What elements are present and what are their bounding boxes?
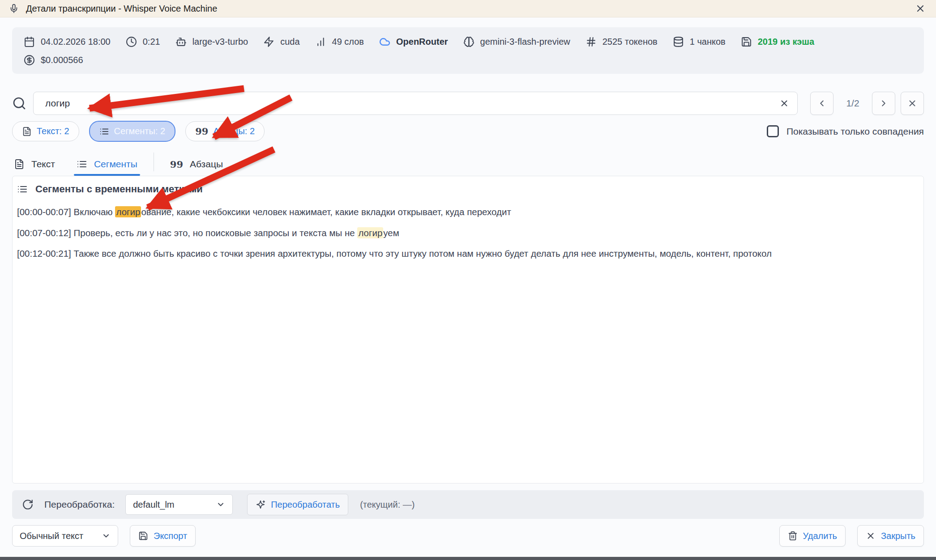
meta-device: cuda <box>263 36 299 47</box>
meta-date-value: 04.02.2026 18:00 <box>41 37 111 47</box>
show-only-matches-toggle[interactable]: Показывать только совпадения <box>767 125 924 137</box>
refresh-icon <box>22 499 34 510</box>
reprocess-select-value: default_lm <box>133 500 174 510</box>
meta-word-count-value: 49 слов <box>332 37 364 47</box>
search-close-button[interactable] <box>901 92 924 115</box>
view-tabs: Текст Сегменты 99 Абзацы <box>12 153 924 176</box>
chevron-left-icon <box>817 98 827 108</box>
reprocess-model-select[interactable]: default_lm <box>125 494 233 515</box>
tab-segments[interactable]: Сегменты <box>75 156 139 176</box>
meta-cost: $0.000566 <box>24 55 83 66</box>
file-text-icon <box>22 127 32 136</box>
list-icon <box>17 184 28 195</box>
list-icon <box>77 159 87 170</box>
meta-model-value: large-v3-turbo <box>192 37 248 47</box>
tab-label: Сегменты <box>94 159 137 170</box>
tab-divider <box>154 153 154 171</box>
meta-date: 04.02.2026 18:00 <box>24 36 111 47</box>
tab-label: Текст <box>31 159 55 170</box>
show-only-matches-label: Показывать только совпадения <box>786 126 924 137</box>
reprocess-button-label: Переобработать <box>271 500 340 510</box>
meta-provider-value: OpenRouter <box>396 37 448 47</box>
window-titlebar: Детали транскрипции - Whisper Voice Mach… <box>0 0 936 17</box>
export-button-label: Экспорт <box>154 531 187 541</box>
list-icon <box>99 127 109 136</box>
export-format-select[interactable]: Обычный текст <box>12 525 118 547</box>
chip-label: Абзацы: 2 <box>213 126 255 136</box>
search-box <box>33 92 798 115</box>
save-icon <box>138 531 148 541</box>
segment-text: [00:07-00:12] Проверь, есть ли у нас это… <box>17 228 357 238</box>
meta-cache: 2019 из кэша <box>741 36 814 47</box>
search-next-button[interactable] <box>872 92 895 115</box>
meta-tokens: 2525 токенов <box>586 36 658 47</box>
chevron-right-icon <box>879 98 889 108</box>
sparkles-icon <box>256 500 265 509</box>
segment-text: [00:12-00:21] Также все должно быть крас… <box>17 248 772 259</box>
segment-line: [00:12-00:21] Также все должно быть крас… <box>17 247 915 260</box>
filter-chips-row: Текст: 2 Сегменты: 2 99 Абзацы: 2 Показы… <box>12 121 924 142</box>
meta-chunks-value: 1 чанков <box>690 37 726 47</box>
search-input[interactable] <box>33 92 798 115</box>
reprocess-button[interactable]: Переобработать <box>247 494 348 515</box>
meta-cost-value: $0.000566 <box>41 55 83 65</box>
reprocess-bar: Переобработка: default_lm Переобработать… <box>12 490 924 519</box>
export-button[interactable]: Экспорт <box>130 525 196 547</box>
metadata-row-1: 04.02.2026 18:00 0:21 large-v3-turbo cud… <box>24 36 912 47</box>
chip-segment-matches[interactable]: Сегменты: 2 <box>89 121 176 142</box>
meta-tokens-value: 2525 токенов <box>603 37 658 47</box>
save-icon <box>741 36 752 47</box>
segment-line: [00:07-00:12] Проверь, есть ли у нас это… <box>17 227 915 239</box>
brain-icon <box>463 36 474 47</box>
window-close-button[interactable] <box>914 2 927 15</box>
clear-icon <box>779 98 789 108</box>
close-icon <box>907 98 917 108</box>
tab-label: Абзацы <box>190 159 223 170</box>
meta-chunks: 1 чанков <box>673 36 726 47</box>
window-title: Детали транскрипции - Whisper Voice Mach… <box>26 4 217 14</box>
meta-word-count: 49 слов <box>315 36 364 47</box>
chip-text-matches[interactable]: Текст: 2 <box>12 121 79 141</box>
quote-icon: 99 <box>195 127 208 136</box>
tab-text[interactable]: Текст <box>12 156 57 176</box>
dollar-icon <box>24 55 35 66</box>
segment-line: [00:00-00:07] Включаю логирование, какие… <box>17 206 915 218</box>
search-row: 1/2 <box>12 92 924 115</box>
meta-duration: 0:21 <box>126 36 160 47</box>
meta-duration-value: 0:21 <box>143 37 160 47</box>
dialog-body: 04.02.2026 18:00 0:21 large-v3-turbo cud… <box>0 27 936 547</box>
hash-icon <box>586 36 597 47</box>
chip-label: Текст: 2 <box>37 126 69 136</box>
calendar-icon <box>24 36 35 47</box>
chip-label: Сегменты: 2 <box>114 126 166 136</box>
metadata-card: 04.02.2026 18:00 0:21 large-v3-turbo cud… <box>12 27 924 74</box>
database-icon <box>673 36 684 47</box>
segments-panel: Сегменты с временными метками [00:00-00:… <box>12 176 924 484</box>
reprocess-label: Переобработка: <box>44 499 115 510</box>
robot-icon <box>175 36 187 47</box>
cloud-icon <box>379 36 390 47</box>
metadata-row-2: $0.000566 <box>24 55 912 66</box>
meta-llm-model-value: gemini-3-flash-preview <box>480 37 570 47</box>
close-icon <box>866 531 876 541</box>
close-icon <box>915 3 926 14</box>
chip-paragraph-matches[interactable]: 99 Абзацы: 2 <box>185 121 265 141</box>
search-clear-button[interactable] <box>778 97 791 110</box>
search-match-counter: 1/2 <box>833 98 872 109</box>
close-button[interactable]: Закрыть <box>857 525 924 547</box>
search-prev-button[interactable] <box>810 92 833 115</box>
export-format-value: Обычный текст <box>20 531 83 541</box>
taskbar-sliver <box>0 557 936 560</box>
reprocess-current-status: (текущий: —) <box>360 500 415 510</box>
zap-icon <box>263 36 274 47</box>
show-only-matches-checkbox[interactable] <box>767 125 779 137</box>
segments-heading-text: Сегменты с временными метками <box>35 183 203 195</box>
meta-cache-value: 2019 из кэша <box>758 37 814 47</box>
segment-text: уем <box>383 228 399 238</box>
chevron-down-icon <box>102 531 111 540</box>
trash-icon <box>788 531 798 541</box>
tab-paragraphs[interactable]: 99 Абзацы <box>168 156 225 176</box>
file-text-icon <box>14 159 25 170</box>
delete-button[interactable]: Удалить <box>779 525 846 547</box>
footer-bar: Обычный текст Экспорт Удалить Закрыть <box>12 525 924 547</box>
